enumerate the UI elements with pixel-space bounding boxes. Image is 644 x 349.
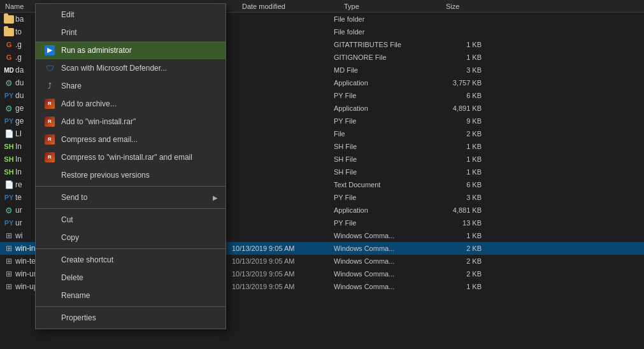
file-type-icon: ⊞	[3, 255, 15, 267]
menu-item-rename[interactable]: Rename	[36, 287, 225, 304]
file-type: Application	[334, 79, 436, 87]
col-header-date[interactable]: Date modified	[242, 3, 344, 10]
menu-icon-cut	[43, 213, 56, 226]
file-type-icon: PY	[3, 217, 15, 229]
file-date: 10/13/2019 9:05 AM	[232, 283, 334, 290]
file-date: 10/13/2019 9:05 AM	[232, 257, 334, 265]
menu-label-scan_defender: Scan with Microsoft Defender...	[61, 64, 218, 73]
file-date: 10/13/2019 9:05 AM	[232, 270, 334, 278]
file-type: PY File	[334, 194, 436, 201]
file-type-icon: ⊞	[3, 267, 15, 280]
menu-icon-create_shortcut	[43, 253, 56, 266]
menu-label-copy: Copy	[61, 233, 218, 242]
file-type: Windows Comma...	[334, 257, 436, 265]
menu-label-print: Print	[61, 28, 218, 37]
menu-label-share: Share	[61, 82, 218, 90]
menu-icon-compress_email: R	[43, 133, 56, 146]
file-type: SH File	[334, 155, 436, 163]
context-menu: Edit Print ▶ Run as administrator 🛡 Scan…	[35, 3, 226, 329]
menu-item-cut[interactable]: Cut	[36, 211, 225, 229]
menu-icon-add_wininstall: R	[43, 115, 56, 128]
file-size: 1 KB	[436, 168, 487, 176]
file-type: File	[334, 130, 436, 138]
menu-item-compress_wininstall_email[interactable]: R Compress to "win-install.rar" and emai…	[36, 148, 225, 166]
file-size: 6 KB	[436, 181, 487, 189]
menu-icon-rename	[43, 289, 56, 302]
menu-label-add_archive: Add to archive...	[61, 99, 218, 108]
file-type: SH File	[334, 168, 436, 176]
menu-item-print[interactable]: Print	[36, 24, 225, 41]
file-size: 1 KB	[436, 283, 487, 290]
file-type-icon: SH	[3, 153, 15, 166]
menu-icon-run_as_admin: ▶	[43, 44, 56, 57]
file-type-icon: G	[3, 38, 15, 51]
file-type-icon: PY	[3, 191, 15, 204]
menu-separator	[36, 208, 225, 209]
file-type-icon: 📄	[3, 127, 15, 140]
menu-item-edit[interactable]: Edit	[36, 6, 225, 24]
menu-item-share[interactable]: ⤴ Share	[36, 77, 225, 95]
menu-icon-properties	[43, 311, 56, 324]
file-type: Text Document	[334, 181, 436, 189]
menu-icon-send_to	[43, 191, 56, 204]
menu-label-create_shortcut: Create shortcut	[61, 255, 218, 264]
file-type-icon: ⚙	[3, 102, 15, 115]
menu-item-add_archive[interactable]: R Add to archive...	[36, 95, 225, 113]
file-size: 4,881 KB	[436, 206, 487, 214]
menu-icon-edit	[43, 8, 56, 21]
file-size: 6 KB	[436, 92, 487, 99]
file-type: Windows Comma...	[334, 245, 436, 252]
file-size: 2 KB	[436, 130, 487, 138]
file-size: 1 KB	[436, 41, 487, 48]
menu-icon-add_archive: R	[43, 97, 56, 110]
file-size: 2 KB	[436, 257, 487, 265]
menu-separator	[36, 186, 225, 187]
menu-label-cut: Cut	[61, 215, 218, 224]
file-size: 9 KB	[436, 117, 487, 125]
menu-label-rename: Rename	[61, 291, 218, 300]
file-type: PY File	[334, 92, 436, 99]
file-size: 4,891 KB	[436, 104, 487, 112]
file-type: PY File	[334, 117, 436, 125]
col-header-type[interactable]: Type	[344, 3, 446, 10]
file-type-icon: G	[3, 51, 15, 64]
file-date: 10/13/2019 9:05 AM	[232, 245, 334, 252]
file-size: 13 KB	[436, 219, 487, 227]
file-type: SH File	[334, 143, 436, 150]
file-type: File folder	[334, 15, 436, 23]
file-type: MD File	[334, 66, 436, 74]
menu-separator	[36, 248, 225, 249]
file-type-icon: ⊞	[3, 242, 15, 255]
file-type: Windows Comma...	[334, 232, 436, 239]
file-type-icon	[3, 25, 15, 38]
menu-item-compress_email[interactable]: R Compress and email...	[36, 131, 225, 148]
col-header-size[interactable]: Size	[446, 3, 497, 10]
file-type-icon: SH	[3, 140, 15, 153]
menu-item-add_wininstall[interactable]: R Add to "win-install.rar"	[36, 113, 225, 131]
menu-label-restore_prev: Restore previous versions	[61, 171, 218, 180]
file-type: PY File	[334, 219, 436, 227]
menu-label-run_as_admin: Run as administrator	[61, 46, 218, 55]
file-size: 3 KB	[436, 66, 487, 74]
menu-label-compress_email: Compress and email...	[61, 135, 218, 144]
file-type-icon: PY	[3, 89, 15, 102]
file-type-icon: ⊞	[3, 280, 15, 293]
menu-item-restore_prev[interactable]: Restore previous versions	[36, 166, 225, 184]
file-type: GITATTRIBUTES File	[334, 41, 436, 48]
file-size: 2 KB	[436, 270, 487, 278]
menu-item-scan_defender[interactable]: 🛡 Scan with Microsoft Defender...	[36, 59, 225, 77]
file-type: Windows Comma...	[334, 270, 436, 278]
file-type-icon: MD	[3, 64, 15, 76]
menu-item-copy[interactable]: Copy	[36, 229, 225, 246]
menu-item-create_shortcut[interactable]: Create shortcut	[36, 251, 225, 269]
file-type-icon: PY	[3, 115, 15, 127]
file-size: 1 KB	[436, 143, 487, 150]
menu-item-delete[interactable]: Delete	[36, 269, 225, 287]
menu-item-properties[interactable]: Properties	[36, 309, 225, 327]
menu-item-send_to[interactable]: Send to ▶	[36, 189, 225, 206]
menu-icon-share: ⤴	[43, 80, 56, 92]
file-type: Application	[334, 206, 436, 214]
menu-item-run_as_admin[interactable]: ▶ Run as administrator	[36, 41, 225, 59]
file-size: 3 KB	[436, 194, 487, 201]
menu-separator	[36, 306, 225, 307]
